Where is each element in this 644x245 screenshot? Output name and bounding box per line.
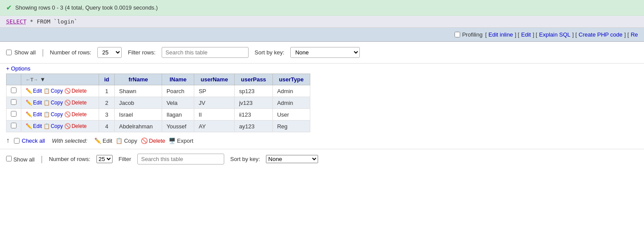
cell-frName: Israel <box>115 109 162 121</box>
cell-userName: SP <box>194 85 235 97</box>
bottom-copy-button[interactable]: 📋 Copy <box>116 138 137 144</box>
data-table: ←T→ ▼ id frName lName userName userPass … <box>6 74 310 132</box>
bottom-show-all-checkbox2[interactable] <box>6 156 12 161</box>
col-userpass-sort[interactable]: userPass <box>241 76 266 83</box>
table-row: ✏️ Edit 📋 Copy 🚫 Delete 3IsraelIlaganIIi… <box>7 109 310 121</box>
pencil-icon: ✏️ <box>94 138 101 144</box>
th-checkbox <box>7 74 21 85</box>
sql-tablename: `login` <box>54 18 78 25</box>
search-input[interactable] <box>162 47 249 58</box>
edit-link[interactable]: Edit <box>521 31 531 38</box>
th-usertype[interactable]: userType <box>272 74 310 85</box>
edit-button[interactable]: ✏️ Edit <box>26 88 42 94</box>
delete-button[interactable]: 🚫 Delete <box>64 100 87 106</box>
edit-button[interactable]: ✏️ Edit <box>26 123 42 129</box>
profiling-label: Profiling <box>462 31 482 38</box>
bottom-search-input2[interactable] <box>137 154 224 164</box>
th-frname[interactable]: frName <box>115 74 162 85</box>
row-checkbox[interactable] <box>11 111 17 117</box>
row-actions-cell: ✏️ Edit 📋 Copy 🚫 Delete <box>21 109 99 121</box>
cell-frName: Abdelrahman <box>115 121 162 132</box>
row-actions: ✏️ Edit 📋 Copy 🚫 Delete <box>26 100 94 106</box>
edit-inline-link[interactable]: Edit inline <box>488 31 513 38</box>
delete-button[interactable]: 🚫 Delete <box>64 88 87 94</box>
success-bar: ✔ Showing rows 0 - 3 (4 total, Query too… <box>0 0 644 16</box>
cell-frName: Jacob <box>115 97 162 109</box>
th-lname[interactable]: lName <box>162 74 194 85</box>
cell-userPass: ii123 <box>235 109 272 121</box>
row-checkbox[interactable] <box>11 123 17 128</box>
check-icon: ✔ <box>6 3 12 12</box>
cell-lName: Poarch <box>162 85 194 97</box>
cell-userPass: ay123 <box>235 121 272 132</box>
delete-icon: 🚫 <box>64 111 71 117</box>
bottom-delete-button[interactable]: 🚫 Delete <box>141 138 166 144</box>
show-all-label: Show all <box>6 49 36 56</box>
bottom-bar2: Show all | Number of rows: 25 Filter Sor… <box>0 149 644 169</box>
col-sort-down[interactable]: ▼ <box>40 76 46 83</box>
cell-userPass: sp123 <box>235 85 272 97</box>
cell-userName: AY <box>194 121 235 132</box>
cell-lName: Youssef <box>162 121 194 132</box>
row-checkbox[interactable] <box>11 99 17 105</box>
cell-id: 3 <box>99 109 114 121</box>
filter-rows-label: Filter rows: <box>128 49 156 56</box>
row-actions: ✏️ Edit 📋 Copy 🚫 Delete <box>26 88 94 94</box>
cell-userType: Admin <box>272 97 310 109</box>
show-all-checkbox[interactable] <box>6 50 12 55</box>
create-php-link[interactable]: Create PHP code <box>579 31 623 38</box>
copy-button[interactable]: 📋 Copy <box>43 100 63 106</box>
profiling-checkbox[interactable] <box>455 32 460 37</box>
bottom-edit-button[interactable]: ✏️ Edit <box>94 138 112 144</box>
cell-userType: User <box>272 109 310 121</box>
resize-handle[interactable]: ←T→ <box>26 77 38 82</box>
bottom-actions-bar: ↑ Check all With selected: ✏️ Edit 📋 Cop… <box>0 132 644 149</box>
check-all-label[interactable]: Check all <box>14 138 45 144</box>
sort-by-key-select[interactable]: None <box>290 47 360 58</box>
cell-lName: Vela <box>162 97 194 109</box>
table-row: ✏️ Edit 📋 Copy 🚫 Delete 4AbdelrahmanYous… <box>7 121 310 132</box>
row-actions: ✏️ Edit 📋 Copy 🚫 Delete <box>26 123 94 129</box>
table-wrapper: ←T→ ▼ id frName lName userName userPass … <box>0 74 644 132</box>
sql-middle: * FROM <box>30 18 54 25</box>
copy-icon: 📋 <box>43 111 50 117</box>
cell-userType: Reg <box>272 121 310 132</box>
th-username[interactable]: userName <box>194 74 235 85</box>
th-userpass[interactable]: userPass <box>235 74 272 85</box>
bottom-rows-select2[interactable]: 25 <box>96 155 113 163</box>
options-link[interactable]: + Options <box>6 65 30 72</box>
number-of-rows-select[interactable]: 25 50 100 250 500 <box>97 47 122 58</box>
delete-icon: 🚫 <box>141 138 148 144</box>
row-checkbox[interactable] <box>11 87 17 93</box>
copy-button[interactable]: 📋 Copy <box>43 111 63 117</box>
bottom-sort-select2[interactable]: None <box>266 155 318 163</box>
delete-icon: 🚫 <box>64 88 71 94</box>
explain-sql-link[interactable]: Explain SQL <box>539 31 570 38</box>
bottom-export-button[interactable]: 🖥️ Export <box>169 138 193 144</box>
delete-button[interactable]: 🚫 Delete <box>64 123 87 129</box>
edit-button[interactable]: ✏️ Edit <box>26 100 42 106</box>
edit-button[interactable]: ✏️ Edit <box>26 111 42 117</box>
col-frname-sort[interactable]: frName <box>129 76 148 83</box>
sort-by-key-label: Sort by key: <box>255 49 285 56</box>
options-section: + Options <box>0 64 644 74</box>
profiling-checkbox-label: Profiling <box>455 31 482 38</box>
pencil-icon: ✏️ <box>26 111 32 117</box>
col-usertype-sort[interactable]: userType <box>279 76 304 83</box>
copy-icon: 📋 <box>116 138 123 144</box>
delete-button[interactable]: 🚫 Delete <box>64 111 87 117</box>
up-arrow-icon: ↑ <box>6 137 10 144</box>
table-row: ✏️ Edit 📋 Copy 🚫 Delete 1ShawnPoarchSPsp… <box>7 85 310 97</box>
copy-button[interactable]: 📋 Copy <box>43 88 63 94</box>
copy-button[interactable]: 📋 Copy <box>43 123 63 129</box>
col-username-sort[interactable]: userName <box>201 76 228 83</box>
col-lname-sort[interactable]: lName <box>169 76 186 83</box>
col-id-sort[interactable]: id <box>104 76 110 83</box>
check-all-checkbox[interactable] <box>14 138 20 144</box>
th-id[interactable]: id <box>99 74 114 85</box>
cell-id: 1 <box>99 85 114 97</box>
pencil-icon: ✏️ <box>26 123 32 129</box>
refresh-link[interactable]: Re <box>631 31 638 38</box>
bottom-action-group: ✏️ Edit 📋 Copy 🚫 Delete 🖥️ Export <box>94 138 193 144</box>
success-message: Showing rows 0 - 3 (4 total, Query took … <box>15 4 158 11</box>
